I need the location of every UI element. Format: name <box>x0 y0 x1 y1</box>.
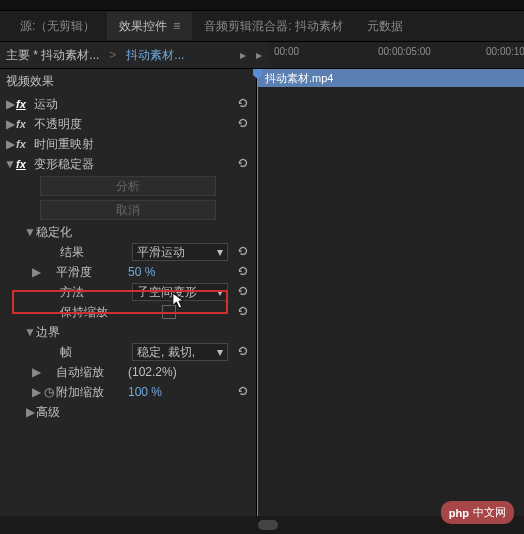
stopwatch-icon[interactable]: ◷ <box>44 385 54 399</box>
playhead[interactable] <box>257 69 258 516</box>
watermark-site: 中文网 <box>473 505 506 520</box>
keyframe-nav-next-icon[interactable]: ▸ <box>256 48 262 62</box>
fx-icon[interactable]: fx <box>16 98 32 110</box>
group-border[interactable]: ▼ 边界 <box>0 322 256 342</box>
prop-label: 保持缩放 <box>60 304 162 321</box>
expand-icon[interactable]: ▶ <box>4 97 16 111</box>
effect-header: 主要 * 抖动素材... > 抖动素材... ▸ ▸ 00:00 00:00:0… <box>0 42 524 69</box>
expand-icon[interactable]: ▶ <box>4 137 16 151</box>
tab-effect-controls-label: 效果控件 <box>119 18 167 35</box>
clip-track-bar[interactable]: 抖动素材.mp4 <box>257 69 524 87</box>
effect-label: 不透明度 <box>32 116 236 133</box>
prop-label: 附加缩放 <box>56 384 128 401</box>
prop-result: 结果 平滑运动▾ <box>0 242 256 262</box>
expand-icon[interactable]: ▶ <box>30 365 42 379</box>
effect-label: 时间重映射 <box>32 136 252 153</box>
preserve-scale-checkbox[interactable] <box>162 305 176 319</box>
panel-tabs: 源:（无剪辑） 效果控件 ≡ 音频剪辑混合器: 抖动素材 元数据 <box>0 11 524 42</box>
smoothness-value[interactable]: 50 % <box>128 265 214 279</box>
tab-effect-controls[interactable]: 效果控件 ≡ <box>107 12 192 40</box>
breadcrumb-clip[interactable]: 抖动素材... <box>126 47 184 64</box>
prop-label: 结果 <box>60 244 132 261</box>
tab-audio-mixer[interactable]: 音频剪辑混合器: 抖动素材 <box>192 12 355 40</box>
group-label: 高级 <box>36 404 252 421</box>
video-effects-title: 视频效果 <box>0 69 256 94</box>
reset-button[interactable] <box>236 384 252 401</box>
breadcrumb-master[interactable]: 主要 * 抖动素材... <box>6 47 99 64</box>
prop-additional-scale: ▶ ◷ 附加缩放 100 % <box>0 382 256 402</box>
additional-scale-value[interactable]: 100 % <box>128 385 214 399</box>
app-root: 源:（无剪辑） 效果控件 ≡ 音频剪辑混合器: 抖动素材 元数据 主要 * 抖动… <box>0 0 524 534</box>
dropdown-value: 平滑运动 <box>137 244 185 261</box>
prop-label: 方法 <box>60 284 132 301</box>
group-stabilize[interactable]: ▼ 稳定化 <box>0 222 256 242</box>
main-split: 视频效果 ▶ fx 运动 ▶ fx 不透明度 ▶ fx 时间重映射 ▼ fx <box>0 69 524 516</box>
autoscale-value: (102.2%) <box>128 365 177 379</box>
keyframe-nav-prev-icon[interactable]: ▸ <box>240 48 246 62</box>
group-advanced[interactable]: ▶ 高级 <box>0 402 256 422</box>
effect-header-left: 主要 * 抖动素材... > 抖动素材... ▸ ▸ <box>0 47 268 64</box>
analyze-button-label: 分析 <box>116 178 140 195</box>
dropdown-value: 子空间变形 <box>137 284 197 301</box>
group-label: 边界 <box>36 324 252 341</box>
ruler-tick-2: 00:00:10:0 <box>486 46 524 57</box>
tab-source-label: 源:（无剪辑） <box>20 18 95 35</box>
cancel-button[interactable]: 取消 <box>40 200 216 220</box>
collapse-icon[interactable]: ▼ <box>4 157 16 171</box>
watermark-badge: php 中文网 <box>441 501 514 524</box>
timeline-ruler[interactable]: 00:00 00:00:05:00 00:00:10:0 <box>268 42 524 68</box>
effect-row-opacity[interactable]: ▶ fx 不透明度 <box>0 114 256 134</box>
fx-icon[interactable]: fx <box>16 118 32 130</box>
chevron-down-icon: ▾ <box>217 285 223 299</box>
prop-frame: 帧 稳定, 裁切,▾ <box>0 342 256 362</box>
prop-method: 方法 子空间变形▾ <box>0 282 256 302</box>
tab-metadata-label: 元数据 <box>367 18 403 35</box>
collapse-icon[interactable]: ▼ <box>24 225 36 239</box>
fx-icon[interactable]: fx <box>16 158 32 170</box>
ruler-tick-1: 00:00:05:00 <box>378 46 431 57</box>
prop-label: 平滑度 <box>56 264 128 281</box>
reset-button[interactable] <box>236 304 252 321</box>
expand-icon[interactable]: ▶ <box>30 265 42 279</box>
watermark-brand: php <box>449 507 469 519</box>
tab-source[interactable]: 源:（无剪辑） <box>8 12 107 40</box>
reset-button[interactable] <box>236 284 252 301</box>
group-label: 稳定化 <box>36 224 252 241</box>
method-dropdown[interactable]: 子空间变形▾ <box>132 283 228 301</box>
prop-preserve-scale: 保持缩放 <box>0 302 256 322</box>
window-top-gap <box>0 0 524 11</box>
effect-row-time-remap[interactable]: ▶ fx 时间重映射 <box>0 134 256 154</box>
prop-autoscale: ▶ 自动缩放 (102.2%) <box>0 362 256 382</box>
analyze-button[interactable]: 分析 <box>40 176 216 196</box>
frame-dropdown[interactable]: 稳定, 裁切,▾ <box>132 343 228 361</box>
expand-icon[interactable]: ▶ <box>4 117 16 131</box>
prop-label: 自动缩放 <box>56 364 128 381</box>
dropdown-value: 稳定, 裁切, <box>137 344 195 361</box>
reset-button[interactable] <box>236 156 252 173</box>
result-dropdown[interactable]: 平滑运动▾ <box>132 243 228 261</box>
reset-button[interactable] <box>236 244 252 261</box>
ruler-tick-0: 00:00 <box>274 46 299 57</box>
effect-row-motion[interactable]: ▶ fx 运动 <box>0 94 256 114</box>
tab-audio-mixer-label: 音频剪辑混合器: 抖动素材 <box>204 18 343 35</box>
fx-icon[interactable]: fx <box>16 138 32 150</box>
footer-left <box>0 516 256 534</box>
tab-metadata[interactable]: 元数据 <box>355 12 415 40</box>
effect-label: 变形稳定器 <box>32 156 236 173</box>
reset-button[interactable] <box>236 116 252 133</box>
prop-smoothness: ▶ 平滑度 50 % <box>0 262 256 282</box>
collapse-icon[interactable]: ▼ <box>24 325 36 339</box>
timeline-area[interactable]: 抖动素材.mp4 <box>256 69 524 516</box>
reset-button[interactable] <box>236 264 252 281</box>
clip-track-label: 抖动素材.mp4 <box>265 71 333 86</box>
breadcrumb-sep: > <box>109 48 116 62</box>
panel-menu-icon[interactable]: ≡ <box>173 19 180 33</box>
expand-icon[interactable]: ▶ <box>24 405 36 419</box>
effect-row-warp-stabilizer[interactable]: ▼ fx 变形稳定器 <box>0 154 256 174</box>
reset-button[interactable] <box>236 96 252 113</box>
effect-tree: 视频效果 ▶ fx 运动 ▶ fx 不透明度 ▶ fx 时间重映射 ▼ fx <box>0 69 256 516</box>
expand-icon[interactable]: ▶ <box>30 385 42 399</box>
zoom-handle[interactable] <box>258 520 278 530</box>
prop-label: 帧 <box>60 344 132 361</box>
reset-button[interactable] <box>236 344 252 361</box>
